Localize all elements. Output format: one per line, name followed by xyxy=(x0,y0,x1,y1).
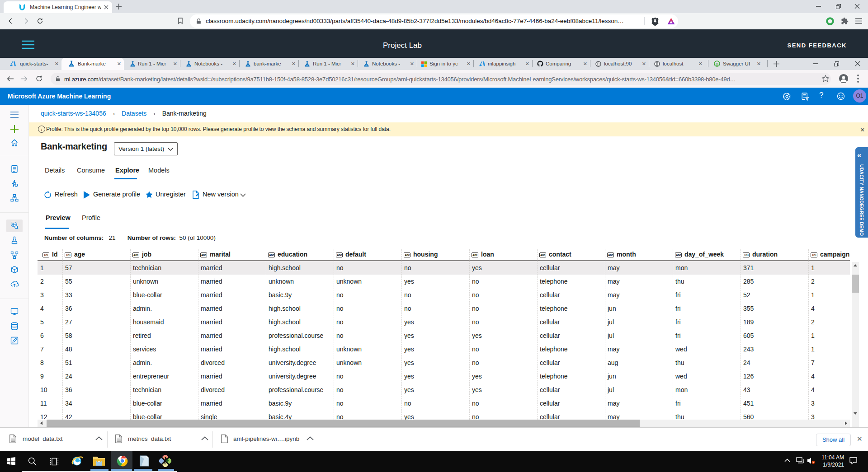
svg-text:{ }: { } xyxy=(716,62,718,66)
